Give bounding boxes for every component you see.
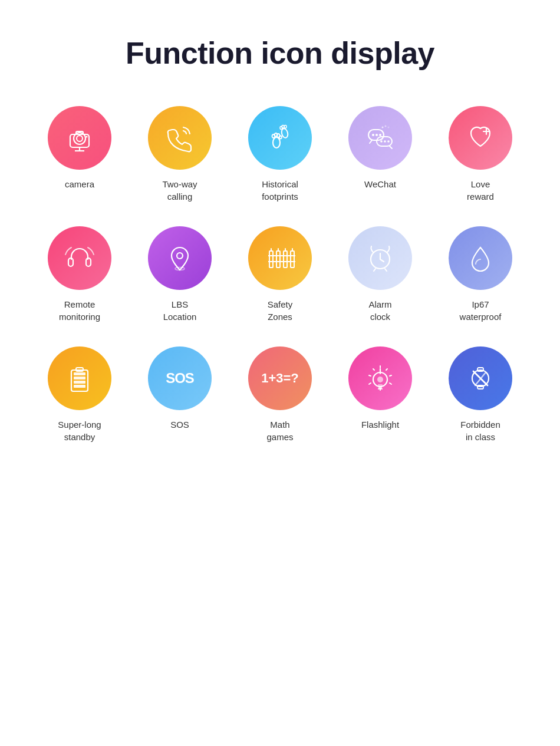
circle-footprints — [248, 106, 312, 170]
circle-sos: SOS — [148, 346, 212, 410]
svg-point-23 — [382, 127, 384, 128]
location-icon — [163, 242, 196, 275]
circle-calling — [148, 106, 212, 170]
svg-point-16 — [372, 134, 374, 136]
circle-forbidden — [449, 346, 512, 410]
calling-icon — [163, 121, 196, 154]
svg-line-52 — [369, 383, 371, 384]
svg-line-51 — [390, 383, 391, 384]
svg-point-14 — [284, 126, 286, 128]
sos-text: SOS — [166, 370, 194, 387]
label-calling: Two-waycalling — [162, 178, 197, 203]
svg-rect-34 — [284, 251, 287, 268]
item-math-games: 1+3=? Mathgames — [239, 346, 321, 443]
item-remote-monitoring: Remotemonitoring — [38, 226, 121, 323]
circle-alarm — [348, 226, 412, 290]
item-safety-zones: SafetyZones — [239, 226, 321, 323]
circle-waterproof — [449, 226, 512, 290]
svg-point-24 — [385, 126, 387, 127]
svg-line-49 — [369, 375, 371, 376]
svg-rect-43 — [74, 381, 85, 384]
svg-point-30 — [177, 253, 183, 259]
icon-grid: camera Two-waycalling — [38, 106, 522, 443]
alarm-icon — [364, 242, 397, 275]
svg-rect-35 — [291, 251, 294, 268]
svg-rect-44 — [74, 385, 85, 388]
label-footprints: Historicalfootprints — [262, 178, 298, 203]
page-title: Function icon display — [126, 35, 434, 71]
label-fence: SafetyZones — [268, 298, 293, 323]
label-standby: Super-longstandby — [58, 418, 101, 443]
svg-point-22 — [387, 140, 390, 143]
item-forbidden: Forbiddenin class — [439, 346, 522, 443]
svg-point-10 — [279, 136, 282, 139]
item-two-way-calling: Two-waycalling — [139, 106, 221, 203]
svg-line-47 — [386, 369, 387, 370]
wechat-icon — [364, 121, 397, 154]
circle-battery — [48, 346, 111, 410]
svg-point-18 — [379, 134, 381, 136]
label-monitoring: Remotemonitoring — [59, 298, 100, 323]
label-math: Mathgames — [266, 418, 293, 443]
label-wechat: WeChat — [364, 178, 396, 190]
svg-point-20 — [380, 140, 383, 143]
love-icon — [464, 121, 497, 154]
svg-point-21 — [384, 140, 386, 143]
svg-point-17 — [375, 134, 378, 136]
svg-rect-41 — [74, 372, 85, 375]
circle-location — [148, 226, 212, 290]
circle-camera — [48, 106, 111, 170]
footprints-icon — [263, 121, 297, 154]
label-waterproof: Ip67waterproof — [460, 298, 502, 323]
battery-icon — [63, 362, 96, 395]
label-love: Lovereward — [467, 178, 494, 203]
circle-monitoring — [48, 226, 111, 290]
drop-icon — [464, 242, 497, 275]
item-camera: camera — [38, 106, 121, 203]
svg-point-6 — [273, 137, 280, 148]
svg-line-48 — [390, 375, 391, 376]
circle-math: 1+3=? — [248, 346, 312, 410]
math-text: 1+3=? — [261, 371, 299, 386]
item-wechat: WeChat — [339, 106, 421, 203]
item-footprints: Historicalfootprints — [239, 106, 321, 203]
flashlight-icon — [364, 362, 397, 395]
label-flashlight: Flashlight — [361, 418, 399, 431]
svg-rect-42 — [74, 377, 85, 379]
svg-point-25 — [388, 127, 390, 128]
svg-point-1 — [77, 136, 83, 141]
item-alarm-clock: Alarmclock — [339, 226, 421, 323]
headphones-icon — [63, 242, 96, 275]
svg-line-50 — [373, 369, 374, 370]
circle-love — [449, 106, 512, 170]
circle-fence — [248, 226, 312, 290]
item-standby: Super-longstandby — [38, 346, 121, 443]
label-forbidden: Forbiddenin class — [460, 418, 500, 443]
label-location: LBSLocation — [163, 298, 197, 323]
svg-point-31 — [175, 268, 185, 270]
item-waterproof: Ip67waterproof — [439, 226, 522, 323]
item-love-reward: Lovereward — [439, 106, 522, 203]
svg-rect-33 — [276, 251, 280, 268]
fence-icon — [263, 242, 297, 275]
label-alarm: Alarmclock — [368, 298, 391, 323]
item-sos: SOS SOS — [139, 346, 221, 443]
forbidden-icon — [464, 362, 497, 395]
label-sos: SOS — [170, 418, 189, 431]
svg-point-3 — [86, 136, 88, 138]
item-lbs-location: LBSLocation — [139, 226, 221, 323]
svg-rect-55 — [378, 384, 383, 387]
circle-flashlight — [348, 346, 412, 410]
camera-icon — [63, 121, 96, 154]
circle-wechat — [348, 106, 412, 170]
label-camera: camera — [65, 178, 94, 190]
svg-point-54 — [377, 377, 383, 382]
item-flashlight: Flashlight — [339, 346, 421, 443]
svg-rect-32 — [269, 251, 273, 268]
